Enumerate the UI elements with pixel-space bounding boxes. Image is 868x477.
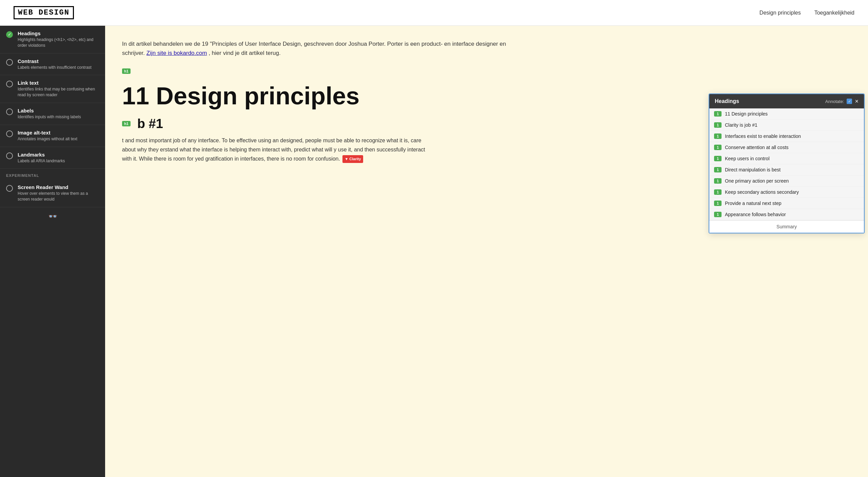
sidebar-labels-title: Labels: [18, 108, 99, 113]
heading-row[interactable]: 1One primary action per screen: [709, 175, 864, 187]
heading-level-badge: 1: [714, 111, 722, 117]
section-title-text: b #1: [137, 117, 163, 131]
intro-paragraph: In dit artikel behandelen we de 19 "Prin…: [122, 39, 529, 58]
sidebar-item-headings[interactable]: ✓ Headings Highlights headings (<h1>, <h…: [0, 26, 105, 54]
sidebar-footer: 👓: [0, 207, 105, 226]
sidebar-headings-desc: Highlights headings (<h1>, <h2>, etc) an…: [18, 37, 99, 48]
heading-row[interactable]: 1Direct manipulation is best: [709, 164, 864, 175]
nav-design-principles[interactable]: Design principles: [760, 10, 801, 16]
sidebar-labels-desc: Identifies inputs with missing labels: [18, 114, 99, 120]
headings-panel: Headings Annotate: ✓ × 111 Design princi…: [709, 94, 865, 233]
heading-row[interactable]: 1Keep users in control: [709, 153, 864, 164]
heading-text: One primary action per screen: [725, 178, 789, 184]
sidebar-landmarks-title: Landmarks: [18, 152, 99, 158]
logo: WEB DESIGN: [14, 6, 74, 19]
nav: Design principles Toegankelijkheid: [760, 10, 854, 16]
headings-panel-title: Headings: [715, 98, 739, 104]
headings-panel-footer[interactable]: Summary: [709, 220, 864, 233]
header: WEB DESIGN Design principles Toegankelij…: [0, 0, 868, 26]
sidebar-item-contrast[interactable]: Contrast Labels elements with insufficie…: [0, 54, 105, 76]
heading-text: Clarity is job #1: [725, 122, 757, 128]
radio-screen-reader-wand: [6, 185, 13, 192]
glasses-icon: 👓: [48, 212, 57, 221]
sidebar-link-text-title: Link text: [18, 80, 99, 86]
headings-panel-controls: Annotate: ✓ ×: [825, 98, 859, 104]
radio-image-alt: [6, 130, 13, 137]
heading-text: Keep users in control: [725, 156, 770, 161]
heading-row[interactable]: 1Conserve attention at all costs: [709, 142, 864, 153]
heading-text: Appearance follows behavior: [725, 212, 786, 217]
main-content: ✓ Headings Highlights headings (<h1>, <h…: [0, 26, 868, 477]
heading-text: 11 Design principles: [725, 111, 768, 117]
sidebar-item-screen-reader-wand[interactable]: Screen Reader Wand Hover over elements t…: [0, 180, 105, 207]
heading-level-badge: 1: [714, 145, 722, 150]
radio-headings-checked: ✓: [6, 31, 13, 38]
heading-row[interactable]: 111 Design principles: [709, 108, 864, 120]
headings-panel-body: 111 Design principles1Clarity is job #11…: [709, 108, 864, 220]
sidebar-screen-reader-wand-title: Screen Reader Wand: [18, 184, 99, 190]
heading-text: Conserve attention at all costs: [725, 145, 789, 150]
sidebar-item-link-text[interactable]: Link text Identifies links that may be c…: [0, 75, 105, 103]
heading-row[interactable]: 1Keep secondary actions secondary: [709, 187, 864, 198]
experimental-label: EXPERIMENTAL: [0, 169, 105, 180]
sidebar-link-text-desc: Identifies links that may be confusing w…: [18, 86, 99, 98]
sidebar-labels-text: Labels Identifies inputs with missing la…: [18, 108, 99, 120]
intro-text-after-link: , hier vind je dit artikel terug.: [209, 50, 281, 56]
body-text-content: t and most important job of any interfac…: [122, 138, 425, 162]
sidebar-headings-text: Headings Highlights headings (<h1>, <h2>…: [18, 30, 99, 48]
close-button[interactable]: ×: [855, 98, 859, 104]
heading-row[interactable]: 1Clarity is job #1: [709, 120, 864, 131]
sidebar-contrast-title: Contrast: [18, 58, 99, 64]
heading-text: Keep secondary actions secondary: [725, 189, 799, 195]
sidebar-item-labels[interactable]: Labels Identifies inputs with missing la…: [0, 103, 105, 125]
sidebar-item-image-alt[interactable]: Image alt-text Annotates images without …: [0, 125, 105, 147]
sidebar-item-landmarks[interactable]: Landmarks Labels all ARIA landmarks: [0, 147, 105, 169]
sidebar: ✓ Headings Highlights headings (<h1>, <h…: [0, 26, 105, 477]
clarity-badge: ▼ Clarity: [342, 155, 363, 163]
sidebar-landmarks-text: Landmarks Labels all ARIA landmarks: [18, 152, 99, 164]
sidebar-landmarks-desc: Labels all ARIA landmarks: [18, 158, 99, 164]
heading-level-badge: 1: [714, 156, 722, 161]
heading-text: Direct manipulation is best: [725, 167, 781, 172]
headings-panel-header: Headings Annotate: ✓ ×: [709, 94, 864, 108]
sidebar-contrast-text: Contrast Labels elements with insufficie…: [18, 58, 99, 70]
sidebar-contrast-desc: Labels elements with insufficient contra…: [18, 65, 99, 70]
annotate-label: Annotate:: [825, 99, 844, 104]
radio-landmarks: [6, 152, 13, 159]
heading-level-badge: 1: [714, 133, 722, 139]
sidebar-image-alt-desc: Annotates images without alt text: [18, 136, 99, 142]
sidebar-link-text-group: Link text Identifies links that may be c…: [18, 80, 99, 98]
radio-link-text: [6, 81, 13, 87]
nav-toegankelijkheid[interactable]: Toegankelijkheid: [814, 10, 854, 16]
sidebar-screen-reader-wand-desc: Hover over elements to view them as a sc…: [18, 191, 99, 202]
heading-row[interactable]: 1Provide a natural next step: [709, 198, 864, 209]
body-paragraph: t and most important job of any interfac…: [122, 136, 427, 164]
heading-row[interactable]: 1Interfaces exist to enable interaction: [709, 131, 864, 142]
heading-level-badge: 1: [714, 178, 722, 184]
sidebar-screen-reader-wand-text: Screen Reader Wand Hover over elements t…: [18, 184, 99, 202]
heading-text: Provide a natural next step: [725, 201, 782, 206]
annotate-checkbox[interactable]: ✓: [847, 99, 852, 104]
heading-text: Interfaces exist to enable interaction: [725, 133, 801, 139]
heading-row[interactable]: 1Appearance follows behavior: [709, 209, 864, 220]
sidebar-image-alt-text: Image alt-text Annotates images without …: [18, 130, 99, 142]
heading-level-badge: 1: [714, 212, 722, 217]
intro-link[interactable]: Zijn site is bokardo.com: [146, 50, 207, 56]
heading-level-badge: 1: [714, 201, 722, 206]
page-content: In dit artikel behandelen we de 19 "Prin…: [0, 26, 868, 477]
radio-labels: [6, 108, 13, 115]
heading-level-badge: 1: [714, 189, 722, 195]
radio-contrast: [6, 59, 13, 66]
sidebar-image-alt-title: Image alt-text: [18, 130, 99, 136]
section-h1-badge: h1: [122, 121, 131, 126]
sidebar-headings-title: Headings: [18, 30, 99, 36]
heading-level-badge: 1: [714, 122, 722, 128]
heading-level-badge: 1: [714, 167, 722, 172]
h1-badge-main: h1: [122, 68, 131, 74]
